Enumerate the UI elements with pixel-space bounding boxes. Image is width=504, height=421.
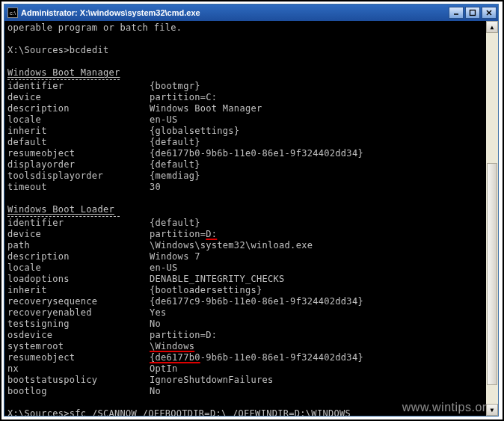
prompt: X:\Sources> <box>7 45 70 55</box>
kv-row: localeen-US <box>7 114 495 126</box>
kv-row: descriptionWindows Boot Manager <box>7 103 495 114</box>
kv-value: partition=C: <box>150 92 495 103</box>
scroll-thumb[interactable] <box>487 163 497 386</box>
window-title: Administrator: X:\windows\system32\cmd.e… <box>21 8 449 17</box>
kv-row: path\Windows\system32\winload.exe <box>7 240 495 251</box>
highlight: D: <box>206 229 217 239</box>
kv-value: No <box>150 319 495 330</box>
kv-row: nxOptIn <box>7 363 495 375</box>
kv-value: Yes <box>150 307 495 319</box>
kv-value: en-US <box>150 262 495 274</box>
kv-value: No <box>150 386 495 397</box>
kv-value: {de6177b0-9b6b-11e0-86e1-9f324402dd34} <box>150 352 495 363</box>
kv-key: recoveryenabled <box>7 307 150 319</box>
kv-value: {globalsettings} <box>150 126 495 137</box>
kv-list: nxOptInbootstatuspolicyIgnoreShutdownFai… <box>7 363 495 397</box>
kv-value: \Windows\system32\winload.exe <box>150 240 495 251</box>
kv-row: displayorder{default} <box>7 159 495 170</box>
kv-key: device <box>7 92 150 103</box>
scrollbar-vertical[interactable]: ▲ ▼ <box>486 21 498 416</box>
kv-row: inherit{bootloadersettings} <box>7 285 495 296</box>
kv-value: OptIn <box>150 363 495 375</box>
maximize-button[interactable] <box>465 7 480 19</box>
error-line: operable program or batch file. <box>7 22 182 33</box>
kv-value: {bootloadersettings} <box>150 285 495 296</box>
kv-key: systemroot <box>7 341 150 352</box>
kv-key: timeout <box>7 182 150 193</box>
kv-key: displayorder <box>7 159 150 170</box>
close-button[interactable] <box>482 7 497 19</box>
kv-value: {bootmgr} <box>150 81 495 92</box>
kv-row: identifier{bootmgr} <box>7 81 495 92</box>
highlight: D: <box>295 408 306 416</box>
kv-key: default <box>7 137 150 148</box>
kv-key: description <box>7 103 150 114</box>
cmd-window: c:\ Administrator: X:\windows\system32\c… <box>4 4 499 417</box>
kv-key: device <box>7 229 150 240</box>
kv-value: {de6177b0-9b6b-11e0-86e1-9f324402dd34} <box>150 148 495 159</box>
kv-value: 30 <box>150 182 495 193</box>
kv-key: resumeobject <box>7 148 150 159</box>
kv-row: default{default} <box>7 137 495 148</box>
kv-value: Windows 7 <box>150 251 495 262</box>
kv-value: {default} <box>150 137 495 148</box>
cmd-icon: c:\ <box>7 7 18 18</box>
prompt: X:\Sources> <box>7 408 70 416</box>
kv-row-systemroot: systemroot\Windows <box>7 341 495 352</box>
section-header: Windows Boot Manager <box>7 67 120 78</box>
kv-value: {memdiag} <box>150 170 495 182</box>
kv-value: IgnoreShutdownFailures <box>150 375 495 386</box>
kv-key: testsigning <box>7 319 150 330</box>
kv-key: bootlog <box>7 386 150 397</box>
kv-row: testsigningNo <box>7 319 495 330</box>
section-header: Windows Boot Loader <box>7 204 114 215</box>
kv-key: path <box>7 240 150 251</box>
kv-row-device: devicepartition=D: <box>7 229 495 240</box>
kv-key: toolsdisplayorder <box>7 170 150 182</box>
kv-value: en-US <box>150 114 495 126</box>
scroll-track[interactable] <box>486 33 498 404</box>
kv-row: devicepartition=C: <box>7 92 495 103</box>
svg-rect-1 <box>470 10 476 16</box>
kv-value: DENABLE_INTEGRITY_CHECKS <box>150 274 495 285</box>
kv-key: recoverysequence <box>7 296 150 307</box>
kv-row: bootstatuspolicyIgnoreShutdownFailures <box>7 375 495 386</box>
kv-row-resumeobject: resumeobject{de6177b0-9b6b-11e0-86e1-9f3… <box>7 352 495 363</box>
kv-key: locale <box>7 262 150 274</box>
kv-row: recoverysequence{de6177c9-9b6b-11e0-86e1… <box>7 296 495 307</box>
kv-key: loadoptions <box>7 274 150 285</box>
kv-key: osdevice <box>7 330 150 341</box>
kv-row: loadoptionsDENABLE_INTEGRITY_CHECKS <box>7 274 495 285</box>
scroll-up-button[interactable]: ▲ <box>486 21 498 33</box>
kv-key: inherit <box>7 126 150 137</box>
command: bcdedit <box>70 45 109 55</box>
kv-value: partition=D: <box>150 229 495 240</box>
command-part: \WINDOWS <box>306 408 351 416</box>
kv-key: identifier <box>7 218 150 229</box>
kv-value: {de6177c9-9b6b-11e0-86e1-9f324402dd34} <box>150 296 495 307</box>
window-buttons <box>449 7 497 19</box>
kv-value: Windows Boot Manager <box>150 103 495 114</box>
kv-list: identifier{default} <box>7 218 495 229</box>
kv-row: toolsdisplayorder{memdiag} <box>7 170 495 182</box>
kv-value: {default} <box>150 218 495 229</box>
highlight: {de6177b0 <box>150 352 200 363</box>
titlebar[interactable]: c:\ Administrator: X:\windows\system32\c… <box>4 4 498 21</box>
kv-row: bootlogNo <box>7 386 495 397</box>
kv-key: bootstatuspolicy <box>7 375 150 386</box>
command-part: /OFFWINDIR= <box>227 408 294 416</box>
watermark: www.wintips.org <box>402 402 494 413</box>
kv-list-boot-manager: identifier{bootmgr}devicepartition=C:des… <box>7 81 495 193</box>
kv-key: resumeobject <box>7 352 150 363</box>
highlight: D:\ <box>210 408 227 416</box>
kv-row: recoveryenabledYes <box>7 307 495 319</box>
kv-key: inherit <box>7 285 150 296</box>
kv-key: locale <box>7 114 150 126</box>
kv-list: path\Windows\system32\winload.exedescrip… <box>7 240 495 341</box>
kv-key: description <box>7 251 150 262</box>
minimize-button[interactable] <box>449 7 464 19</box>
kv-value: {default} <box>150 159 495 170</box>
scroll-down-button[interactable]: ▼ <box>486 404 498 416</box>
console-output[interactable]: operable program or batch file. X:\Sourc… <box>4 21 498 416</box>
divider <box>7 216 120 217</box>
